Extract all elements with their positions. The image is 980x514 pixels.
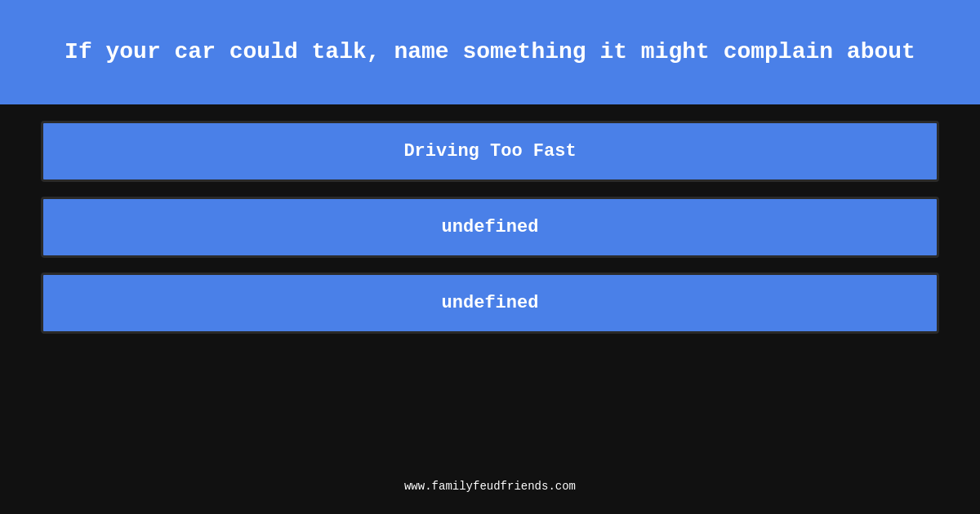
question-header: If your car could talk, name something i…: [0, 0, 980, 104]
question-title: If your car could talk, name something i…: [65, 38, 915, 67]
footer: www.familyfeudfriends.com: [0, 471, 980, 502]
answer-text-3: undefined: [442, 293, 539, 313]
answers-container: Driving Too Fast undefined undefined: [0, 104, 980, 514]
answer-button-3[interactable]: undefined: [41, 273, 939, 334]
answer-text-2: undefined: [442, 217, 539, 237]
answer-button-1[interactable]: Driving Too Fast: [41, 121, 939, 182]
answer-text-1: Driving Too Fast: [403, 141, 576, 162]
footer-url: www.familyfeudfriends.com: [404, 480, 576, 493]
answer-button-2[interactable]: undefined: [41, 197, 939, 258]
